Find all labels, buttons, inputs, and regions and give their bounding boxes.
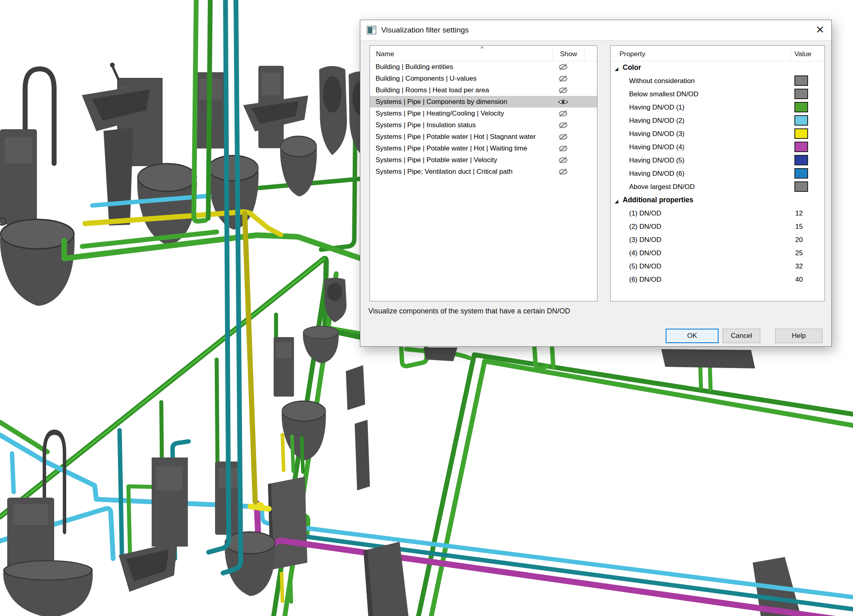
filter-list-row[interactable]: Systems | Pipe | Components by dimension bbox=[370, 96, 597, 108]
property-row[interactable]: Above largest DN/OD bbox=[611, 180, 825, 193]
filter-list-header: ^ Name Show bbox=[370, 46, 597, 61]
property-row[interactable]: (6) DN/OD40 bbox=[611, 273, 825, 286]
color-swatch[interactable] bbox=[794, 102, 808, 112]
stub-cap-4 bbox=[280, 572, 284, 576]
visibility-off-icon[interactable] bbox=[547, 63, 579, 71]
filter-list-row[interactable]: Systems | Pipe | Potable water | Hot | W… bbox=[370, 142, 597, 154]
property-label: Without consideration bbox=[629, 77, 695, 85]
description-text: Visualize components of the system that … bbox=[368, 307, 570, 315]
property-row[interactable]: Without consideration bbox=[611, 74, 825, 87]
property-row[interactable]: Having DN/OD (1) bbox=[611, 101, 825, 114]
filter-name: Systems | Pipe | Insulation status bbox=[376, 121, 476, 129]
property-row[interactable]: (5) DN/OD32 bbox=[611, 260, 825, 273]
sink-faucet-head bbox=[110, 63, 115, 67]
color-swatch[interactable] bbox=[794, 128, 808, 139]
property-value[interactable]: 32 bbox=[795, 262, 803, 270]
property-label: (5) DN/OD bbox=[629, 262, 661, 270]
visibility-off-icon[interactable] bbox=[547, 133, 579, 141]
property-row[interactable]: (1) DN/OD12 bbox=[611, 207, 825, 220]
property-label: Below smallest DN/OD bbox=[629, 90, 699, 98]
collapse-icon[interactable] bbox=[614, 65, 619, 70]
filter-list-row[interactable]: Systems | Pipe | Insulation status bbox=[370, 119, 597, 131]
filter-name: Systems | Pipe; Ventilation duct | Criti… bbox=[376, 168, 512, 176]
property-value[interactable]: 12 bbox=[795, 209, 803, 218]
toilet-bowl-topleft bbox=[0, 220, 75, 306]
visibility-off-icon[interactable] bbox=[547, 144, 579, 152]
property-label: (3) DN/OD bbox=[629, 236, 661, 244]
ok-button[interactable]: OK bbox=[666, 329, 719, 343]
cancel-button[interactable]: Cancel bbox=[723, 329, 760, 343]
stub-cap-2 bbox=[290, 435, 294, 439]
filter-list-row[interactable]: Systems | Pipe | Heating/Cooling | Veloc… bbox=[370, 108, 597, 119]
column-header-value[interactable]: Value bbox=[794, 50, 811, 58]
counter-sink bbox=[243, 96, 308, 131]
filter-list-row[interactable]: Systems | Pipe | Potable water | Velocit… bbox=[370, 154, 597, 166]
header-divider bbox=[790, 47, 791, 61]
header-divider bbox=[584, 47, 585, 61]
close-button[interactable]: ✕ bbox=[810, 21, 830, 39]
supply-stub-green-1 bbox=[292, 437, 293, 471]
visibility-off-icon[interactable] bbox=[547, 156, 579, 164]
pipe-yellow-elbow bbox=[244, 212, 281, 235]
sanitary-fixtures bbox=[0, 63, 375, 616]
property-value[interactable]: 25 bbox=[795, 249, 803, 257]
filter-name: Systems | Pipe | Potable water | Velocit… bbox=[376, 156, 497, 164]
filter-list-row[interactable]: Systems | Pipe; Ventilation duct | Criti… bbox=[370, 166, 597, 177]
color-swatch[interactable] bbox=[794, 142, 808, 152]
collapse-icon[interactable] bbox=[614, 198, 619, 202]
property-row[interactable]: Below smallest DN/OD bbox=[611, 87, 825, 101]
color-swatch[interactable] bbox=[794, 168, 808, 179]
filter-name: Systems | Pipe | Potable water | Hot | S… bbox=[376, 133, 536, 141]
filter-list-row[interactable]: Building | Components | U-values bbox=[370, 73, 597, 84]
sort-ascending-icon[interactable]: ^ bbox=[481, 45, 483, 52]
partition-panel-sliver bbox=[355, 420, 370, 490]
filter-list-row[interactable]: Building | Rooms | Heat load per area bbox=[370, 84, 597, 96]
property-value[interactable]: 40 bbox=[795, 276, 803, 284]
sink-faucet bbox=[112, 66, 119, 80]
visibility-off-icon[interactable] bbox=[547, 168, 579, 176]
property-row[interactable]: Having DN/OD (4) bbox=[611, 140, 825, 154]
property-value[interactable]: 15 bbox=[795, 223, 803, 231]
property-label: (2) DN/OD bbox=[629, 223, 661, 231]
filter-name: Systems | Pipe | Heating/Cooling | Veloc… bbox=[376, 110, 504, 118]
property-row[interactable]: Having DN/OD (3) bbox=[611, 127, 825, 140]
visibility-off-icon[interactable] bbox=[547, 75, 579, 83]
property-row[interactable]: Having DN/OD (5) bbox=[611, 154, 825, 167]
filter-name: Building | Components | U-values bbox=[376, 75, 477, 83]
property-group-row[interactable]: Color bbox=[611, 61, 825, 74]
color-swatch[interactable] bbox=[794, 115, 808, 126]
property-row[interactable]: Having DN/OD (2) bbox=[611, 114, 825, 127]
column-header-property[interactable]: Property bbox=[619, 50, 645, 58]
filter-list-rows: Building | Building entitiesBuilding | C… bbox=[370, 61, 597, 301]
property-group-row[interactable]: Additional properties bbox=[611, 193, 825, 207]
color-swatch[interactable] bbox=[794, 155, 808, 165]
help-button[interactable]: Help bbox=[775, 329, 823, 343]
filter-list-row[interactable]: Systems | Pipe | Potable water | Hot | S… bbox=[370, 131, 597, 142]
visibility-off-icon[interactable] bbox=[547, 110, 579, 118]
toilet-mid-far bbox=[303, 326, 339, 363]
dialog-title: Visualization filter settings bbox=[381, 26, 469, 35]
property-label: (6) DN/OD bbox=[629, 276, 661, 284]
column-header-show[interactable]: Show bbox=[553, 50, 584, 58]
color-swatch[interactable] bbox=[794, 181, 808, 192]
property-row[interactable]: (4) DN/OD25 bbox=[611, 246, 825, 260]
pipe-green-front-loop bbox=[64, 235, 363, 259]
visibility-off-icon[interactable] bbox=[547, 121, 579, 129]
dialog-titlebar[interactable]: Visualization filter settings ✕ bbox=[360, 20, 831, 41]
visibility-off-icon[interactable] bbox=[547, 86, 579, 94]
visibility-on-icon[interactable] bbox=[547, 98, 579, 106]
column-header-name[interactable]: Name bbox=[376, 50, 394, 58]
property-label: Having DN/OD (6) bbox=[629, 170, 684, 178]
property-row[interactable]: Having DN/OD (6) bbox=[611, 167, 825, 180]
filter-list-panel: ^ Name Show Building | Building entities… bbox=[370, 45, 597, 301]
color-swatch[interactable] bbox=[794, 89, 808, 99]
color-swatch[interactable] bbox=[794, 75, 808, 86]
property-label: Having DN/OD (2) bbox=[629, 117, 684, 125]
filter-name: Building | Rooms | Heat load per area bbox=[376, 86, 489, 94]
filter-list-row[interactable]: Building | Building entities bbox=[370, 61, 597, 73]
property-value[interactable]: 20 bbox=[795, 236, 803, 244]
close-icon: ✕ bbox=[816, 24, 825, 36]
property-row[interactable]: (2) DN/OD15 bbox=[611, 220, 825, 233]
app-icon bbox=[367, 25, 376, 35]
property-row[interactable]: (3) DN/OD20 bbox=[611, 233, 825, 246]
